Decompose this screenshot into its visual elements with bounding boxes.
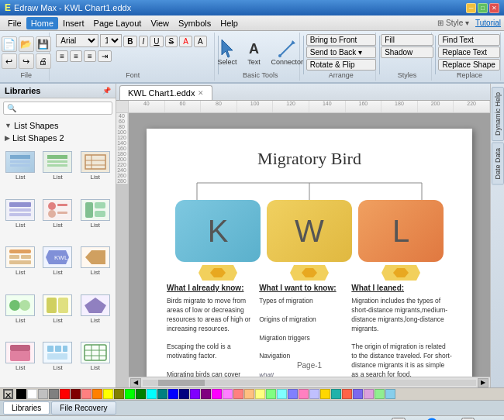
list-item[interactable]: List: [78, 197, 112, 242]
connector-button[interactable]: Connector: [268, 38, 306, 67]
dynamic-help-tab[interactable]: Dynamic Help: [492, 87, 504, 141]
date-data-tab[interactable]: Date Data: [492, 143, 504, 185]
color-swatch-violet[interactable]: [223, 389, 233, 399]
canvas-container[interactable]: Migratory Bird: [129, 113, 490, 377]
color-swatch-lightgreen2[interactable]: [375, 389, 385, 399]
color-swatch-navy[interactable]: [179, 389, 189, 399]
list-item[interactable]: List: [3, 339, 37, 384]
align-right-button[interactable]: ≡: [84, 50, 96, 62]
color-swatch-pink[interactable]: [81, 389, 91, 399]
bring-to-front-button[interactable]: Bring to Front: [306, 34, 376, 46]
libraries-pin[interactable]: 📌: [102, 87, 111, 95]
list-item[interactable]: KWL List: [40, 244, 74, 289]
scroll-thumb[interactable]: [158, 380, 205, 386]
select-button[interactable]: Select: [214, 38, 240, 67]
color-swatch-olive[interactable]: [114, 389, 124, 399]
align-center-button[interactable]: ≡: [70, 50, 82, 62]
color-swatch-red[interactable]: [60, 389, 70, 399]
list-item[interactable]: List: [40, 292, 74, 337]
bold-button[interactable]: B: [123, 36, 136, 47]
lib-tree-item-list-shapes[interactable]: ▼ List Shapes: [3, 119, 112, 132]
color-swatch-black[interactable]: [16, 389, 26, 399]
shadow-button[interactable]: Shadow: [381, 46, 433, 58]
send-to-back-button[interactable]: Send to Back ▾: [306, 46, 376, 58]
scroll-right-button[interactable]: ▶: [478, 378, 488, 387]
no-color-swatch[interactable]: ✕: [3, 389, 13, 399]
replace-text-button[interactable]: Replace Text: [438, 46, 500, 58]
list-item[interactable]: List: [40, 339, 74, 384]
tab-close-button[interactable]: ✕: [198, 89, 204, 97]
color-swatch-magenta[interactable]: [212, 389, 222, 399]
list-item[interactable]: List: [3, 149, 37, 194]
list-item[interactable]: List: [3, 197, 37, 242]
fill-button[interactable]: Fill: [381, 34, 433, 46]
open-button[interactable]: 📂: [19, 36, 34, 52]
color-swatch-silver[interactable]: [38, 389, 48, 399]
color-swatch-lime[interactable]: [125, 389, 135, 399]
highlight-button[interactable]: A: [194, 36, 207, 47]
list-item[interactable]: List: [40, 197, 74, 242]
color-swatch-orange[interactable]: [92, 389, 102, 399]
color-swatch-purple[interactable]: [201, 389, 211, 399]
color-swatch-green[interactable]: [136, 389, 146, 399]
lib-tree-item-list-shapes-2[interactable]: ▶ List Shapes 2: [3, 132, 112, 144]
list-item[interactable]: List: [78, 339, 112, 384]
align-left-button[interactable]: ≡: [56, 50, 68, 62]
menu-page-layout[interactable]: Page Layout: [89, 17, 147, 29]
style-dropdown[interactable]: ⊞ Style ▾: [437, 19, 469, 27]
color-swatch-gray[interactable]: [49, 389, 59, 399]
print-button[interactable]: 🖨: [36, 53, 51, 69]
color-swatch-gold[interactable]: [320, 389, 330, 399]
text-button[interactable]: A Text: [241, 38, 266, 67]
color-swatch-lightgreen[interactable]: [266, 389, 276, 399]
menu-help[interactable]: Help: [216, 17, 243, 29]
color-swatch-peach[interactable]: [244, 389, 254, 399]
color-swatch-lightyellow[interactable]: [255, 389, 265, 399]
list-item[interactable]: List: [78, 244, 112, 289]
zoom-slider[interactable]: [410, 418, 457, 421]
rotate-flip-button[interactable]: Rotate & Flip: [306, 59, 376, 71]
undo-button[interactable]: ↩: [2, 53, 17, 69]
color-swatch-lightcyan[interactable]: [277, 389, 287, 399]
color-swatch-lightblue[interactable]: [288, 389, 298, 399]
color-swatch-tomato[interactable]: [342, 389, 352, 399]
color-swatch-periwinkle[interactable]: [309, 389, 319, 399]
color-swatch-purple2[interactable]: [190, 389, 200, 399]
library-search-input[interactable]: [3, 102, 112, 115]
color-swatch-white[interactable]: [27, 389, 37, 399]
indent-button[interactable]: ⇥: [98, 50, 112, 62]
save-button[interactable]: 💾: [36, 36, 51, 52]
color-swatch-cyan[interactable]: [147, 389, 157, 399]
font-size-select[interactable]: 10: [100, 34, 122, 47]
color-swatch-lightseagreen[interactable]: [331, 389, 341, 399]
color-swatch-blue[interactable]: [168, 389, 178, 399]
minimize-button[interactable]: ─: [466, 3, 476, 13]
redo-button[interactable]: ↪: [19, 53, 34, 69]
scroll-left-button[interactable]: ◀: [130, 378, 141, 387]
color-swatch-teal[interactable]: [157, 389, 167, 399]
color-swatch-hotpink[interactable]: [299, 389, 309, 399]
list-item[interactable]: List: [78, 292, 112, 337]
tutorial-link[interactable]: Tutorial: [475, 19, 501, 27]
libraries-tab[interactable]: Libraries: [3, 401, 50, 415]
menu-view[interactable]: View: [146, 17, 174, 29]
file-recovery-tab[interactable]: File Recovery: [51, 401, 116, 415]
list-item[interactable]: List: [3, 244, 37, 289]
horizontal-scrollbar[interactable]: ◀ ▶: [129, 377, 490, 387]
color-swatch-yellow[interactable]: [103, 389, 113, 399]
font-color-button[interactable]: A: [179, 36, 192, 47]
menu-symbols[interactable]: Symbols: [174, 17, 216, 29]
find-text-button[interactable]: Find Text: [438, 34, 500, 46]
menu-file[interactable]: File: [3, 17, 26, 29]
maximize-button[interactable]: □: [478, 3, 488, 13]
replace-shape-button[interactable]: Replace Shape: [438, 59, 500, 71]
list-item[interactable]: List: [3, 292, 37, 337]
menu-home[interactable]: Home: [26, 17, 58, 29]
strikethrough-button[interactable]: S: [165, 36, 178, 47]
color-swatch-medslateblue[interactable]: [353, 389, 363, 399]
font-family-select[interactable]: Arial: [56, 34, 98, 47]
list-item[interactable]: List: [78, 149, 112, 194]
color-swatch-maroon[interactable]: [71, 389, 81, 399]
color-swatch-plum[interactable]: [364, 389, 374, 399]
close-button[interactable]: ✕: [489, 3, 499, 13]
